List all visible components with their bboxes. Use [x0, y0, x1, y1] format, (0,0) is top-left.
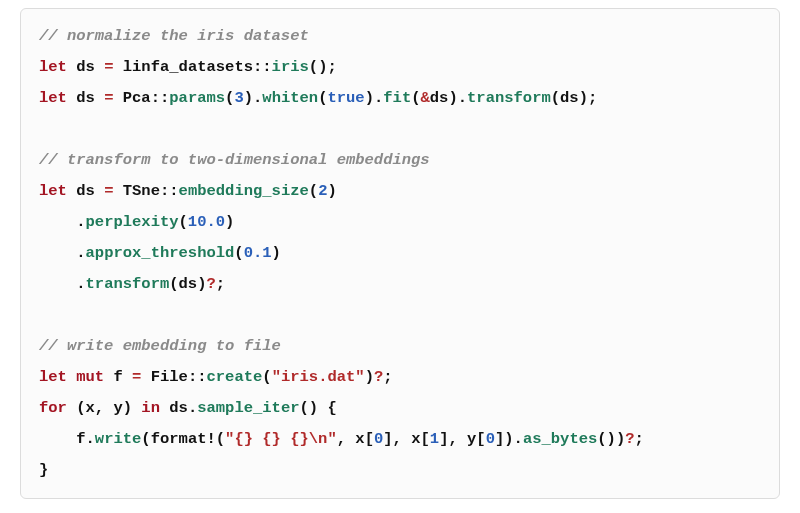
tok-punct: (: [411, 89, 420, 107]
tok-punct: ): [272, 244, 281, 262]
tok-punct: ).: [448, 89, 467, 107]
tok-punct: );: [579, 89, 598, 107]
tok-punct: (: [67, 399, 86, 417]
tok-ident: format!: [151, 430, 216, 448]
tok-keyword: mut: [76, 368, 104, 386]
tok-ident: x: [355, 430, 364, 448]
tok-comment: // normalize the iris dataset: [39, 27, 309, 45]
code-block: // normalize the iris dataset let ds = l…: [20, 8, 780, 499]
tok-method: params: [169, 89, 225, 107]
tok-comment: // transform to two-dimensional embeddin…: [39, 151, 430, 169]
code-line: // transform to two-dimensional embeddin…: [39, 151, 430, 169]
tok-punct: [95, 182, 104, 200]
tok-punct: [67, 182, 76, 200]
tok-punct: ).: [244, 89, 263, 107]
tok-ident: linfa_datasets: [123, 58, 253, 76]
tok-punct: [: [421, 430, 430, 448]
tok-punct: ()): [597, 430, 625, 448]
tok-punct: .: [76, 213, 85, 231]
code-line: // write embedding to file: [39, 337, 281, 355]
tok-keyword: for: [39, 399, 67, 417]
tok-num: 10.0: [188, 213, 225, 231]
tok-ident: x: [411, 430, 420, 448]
tok-punct: ;: [383, 368, 392, 386]
tok-type: TSne: [123, 182, 160, 200]
tok-punct: [113, 182, 122, 200]
tok-punct: ).: [365, 89, 384, 107]
tok-method: perplexity: [86, 213, 179, 231]
tok-punct: ,: [95, 399, 114, 417]
tok-num: 0.1: [244, 244, 272, 262]
tok-num: 3: [234, 89, 243, 107]
tok-punct: ): [365, 368, 374, 386]
tok-method: transform: [467, 89, 551, 107]
tok-punct: ): [225, 213, 234, 231]
tok-method: as_bytes: [523, 430, 597, 448]
tok-num: 1: [430, 430, 439, 448]
tok-ident: x: [86, 399, 95, 417]
code-line: .perplexity(10.0): [39, 213, 234, 231]
tok-punct: .: [86, 430, 95, 448]
tok-punct: (: [225, 89, 234, 107]
tok-method: create: [207, 368, 263, 386]
tok-punct: () {: [300, 399, 337, 417]
tok-punct: (: [551, 89, 560, 107]
tok-punct: ]).: [495, 430, 523, 448]
tok-op: ?: [206, 275, 215, 293]
code-line: let mut f = File::create("iris.dat")?;: [39, 368, 393, 386]
tok-ident: ds: [560, 89, 579, 107]
code-line: let ds = linfa_datasets::iris();: [39, 58, 337, 76]
code-line: let ds = TSne::embedding_size(2): [39, 182, 337, 200]
tok-ident: f: [113, 368, 122, 386]
tok-punct: .: [188, 399, 197, 417]
code-line: .transform(ds)?;: [39, 275, 225, 293]
tok-str: "iris.dat": [272, 368, 365, 386]
tok-ident: y: [113, 399, 122, 417]
tok-punct: [141, 368, 150, 386]
tok-ident: ds: [169, 399, 188, 417]
tok-punct: [113, 58, 122, 76]
tok-method: approx_threshold: [86, 244, 235, 262]
tok-method: sample_iter: [197, 399, 299, 417]
tok-punct: [: [476, 430, 485, 448]
tok-ident: ds: [430, 89, 449, 107]
tok-punct: (: [141, 430, 150, 448]
tok-punct: [95, 89, 104, 107]
tok-keyword: let: [39, 89, 67, 107]
tok-method: iris: [272, 58, 309, 76]
tok-method: whiten: [262, 89, 318, 107]
tok-punct: ::: [188, 368, 207, 386]
tok-punct: ,: [337, 430, 356, 448]
code-line: for (x, y) in ds.sample_iter() {: [39, 399, 337, 417]
code-line: }: [39, 461, 48, 479]
tok-ident: ds: [76, 58, 95, 76]
tok-bool: true: [327, 89, 364, 107]
tok-punct: [67, 89, 76, 107]
tok-op: =: [132, 368, 141, 386]
tok-punct: [160, 399, 169, 417]
tok-punct: (: [234, 244, 243, 262]
tok-keyword: let: [39, 182, 67, 200]
tok-punct: (: [216, 430, 225, 448]
tok-punct: (: [179, 213, 188, 231]
tok-ident: ds: [76, 89, 95, 107]
tok-punct: ;: [216, 275, 225, 293]
tok-num: 0: [374, 430, 383, 448]
tok-punct: [123, 368, 132, 386]
tok-punct: [: [365, 430, 374, 448]
tok-num: 0: [486, 430, 495, 448]
tok-punct: ): [327, 182, 336, 200]
tok-punct: ],: [439, 430, 467, 448]
tok-ident: f: [76, 430, 85, 448]
tok-type: File: [151, 368, 188, 386]
tok-punct: ();: [309, 58, 337, 76]
tok-ident: ds: [179, 275, 198, 293]
tok-op: ?: [625, 430, 634, 448]
tok-punct: ],: [383, 430, 411, 448]
tok-keyword: in: [141, 399, 160, 417]
tok-punct: [67, 368, 76, 386]
tok-punct: ;: [635, 430, 644, 448]
tok-punct: (: [309, 182, 318, 200]
tok-punct: (: [262, 368, 271, 386]
tok-method: transform: [86, 275, 170, 293]
